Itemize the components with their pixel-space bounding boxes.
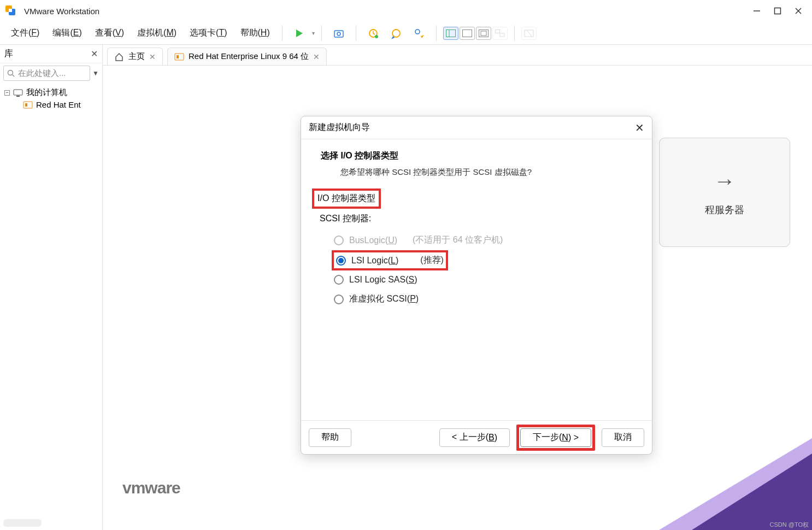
dropdown-caret-icon[interactable]: ▾ [312,30,315,36]
radio-icon[interactable] [334,295,344,304]
close-button[interactable] [793,6,803,16]
svg-rect-17 [479,30,488,37]
vm-icon [23,101,33,109]
radio-lsilogic-hint: (推荐) [420,255,444,266]
svg-line-22 [527,30,532,37]
svg-rect-16 [462,30,472,37]
help-button[interactable]: 帮助 [309,428,351,447]
tree-root-label: 我的计算机 [26,87,67,98]
window-controls [752,6,808,16]
radio-pvscsi[interactable]: 准虚拟化 SCSI(P) [312,289,641,309]
svg-rect-19 [495,30,499,33]
io-controller-section-label: I/O 控制器类型 [312,189,381,209]
radio-buslogic: BusLogic(U) (不适用于 64 位客户机) [312,230,641,250]
radio-icon [334,235,344,245]
tree-item-redhat[interactable]: Red Hat Ent [2,99,100,110]
power-play-icon[interactable] [292,26,307,40]
home-icon [114,52,124,62]
search-placeholder: 在此处键入... [18,68,66,79]
menu-help[interactable]: 帮助(H) [235,24,275,42]
library-sidebar: 库 ✕ 在此处键入... ▼ − 我的计算机 Red Hat Ent [0,45,103,530]
radio-lsilogic[interactable]: LSI Logic(L) (推荐) [332,250,448,270]
search-icon [7,69,15,77]
menu-tabs[interactable]: 选项卡(T) [184,24,232,42]
main-area: 主页 ✕ Red Hat Enterprise Linux 9 64 位 ✕ →… [103,45,812,530]
menu-edit[interactable]: 编辑(E) [47,24,87,42]
svg-point-13 [415,30,420,34]
svg-point-9 [337,32,340,36]
radio-lsisas-label: LSI Logic SAS(S) [349,275,417,285]
menubar: 文件(F) 编辑(E) 查看(V) 虚拟机(M) 选项卡(T) 帮助(H) ▾ [0,22,812,45]
vm-icon [174,53,184,61]
tab-close-icon[interactable]: ✕ [149,52,156,61]
menu-view[interactable]: 查看(V) [90,24,130,42]
stretch-guest-icon[interactable] [521,27,537,40]
svg-rect-28 [25,103,27,107]
tab-home-label: 主页 [128,51,145,62]
svg-rect-30 [176,55,179,58]
radio-lsisas[interactable]: LSI Logic SAS(S) [312,270,641,289]
view-split-icon[interactable] [443,27,458,40]
view-fullscreen-icon[interactable] [476,27,491,40]
scrollbar-horizontal[interactable] [3,519,42,527]
vmware-logo-icon [4,4,17,17]
dialog-subheading: 您希望将哪种 SCSI 控制器类型用于 SCSI 虚拟磁盘? [312,165,641,189]
radio-icon[interactable] [334,275,344,285]
separator [514,26,515,41]
dialog-heading: 选择 I/O 控制器类型 [312,147,641,165]
next-button[interactable]: 下一步(N) > [520,428,591,447]
vmware-wordmark: vmware [122,479,180,497]
scsi-controller-label: SCSI 控制器: [312,209,641,230]
tab-close-icon[interactable]: ✕ [313,52,320,61]
separator [321,26,322,41]
snapshot-manage-icon[interactable] [412,26,426,40]
library-close-icon[interactable]: ✕ [91,49,98,59]
tabbar: 主页 ✕ Red Hat Enterprise Linux 9 64 位 ✕ [103,45,812,66]
minimize-button[interactable] [752,6,762,16]
radio-lsilogic-label: LSI Logic(L) [351,256,398,266]
tree-root-my-computer[interactable]: − 我的计算机 [2,86,100,99]
library-search-input[interactable]: 在此处键入... [3,66,90,81]
svg-point-12 [392,30,400,37]
svg-marker-7 [296,30,303,37]
view-unity-icon[interactable] [492,27,508,40]
snapshot-revert-icon[interactable] [389,26,403,40]
watermark: CSDN @TO权 [770,521,809,529]
radio-buslogic-label: BusLogic(U) [349,235,397,245]
dialog-footer: 帮助 < 上一步(B) 下一步(N) > 取消 [301,420,652,454]
back-button[interactable]: < 上一步(B) [439,428,510,447]
dialog-close-icon[interactable]: ✕ [635,121,644,134]
svg-rect-25 [14,90,22,95]
dialog-title: 新建虚拟机向导 [309,122,635,133]
snapshot-take-icon[interactable] [366,26,380,40]
radio-icon[interactable] [336,256,346,266]
computer-icon [13,89,23,97]
svg-rect-4 [775,8,781,14]
svg-rect-29 [175,54,184,60]
collapse-icon[interactable]: − [4,90,10,96]
menu-file[interactable]: 文件(F) [5,24,45,42]
radio-pvscsi-label: 准虚拟化 SCSI(P) [349,293,419,305]
view-single-icon[interactable] [460,27,475,40]
svg-rect-14 [446,30,455,37]
snapshot-icon[interactable] [332,26,346,40]
svg-rect-2 [9,9,12,12]
svg-rect-20 [500,33,504,37]
window-title: VMware Workstation [24,7,752,16]
search-dropdown-icon[interactable]: ▼ [92,69,99,77]
separator [356,26,356,41]
svg-line-24 [13,75,14,76]
tab-vm-redhat[interactable]: Red Hat Enterprise Linux 9 64 位 ✕ [167,48,327,65]
radio-buslogic-hint: (不适用于 64 位客户机) [413,234,503,246]
library-title: 库 [4,48,91,60]
tab-vm-label: Red Hat Enterprise Linux 9 64 位 [189,51,309,62]
cancel-button[interactable]: 取消 [602,428,644,447]
tab-home[interactable]: 主页 ✕ [107,48,163,65]
arrow-right-icon: → [714,169,735,193]
menu-vm[interactable]: 虚拟机(M) [132,24,182,42]
connect-remote-card[interactable]: → 程服务器 [659,138,790,247]
next-button-highlight: 下一步(N) > [516,425,595,451]
svg-rect-8 [334,31,343,37]
maximize-button[interactable] [773,6,782,16]
svg-point-23 [8,70,13,75]
